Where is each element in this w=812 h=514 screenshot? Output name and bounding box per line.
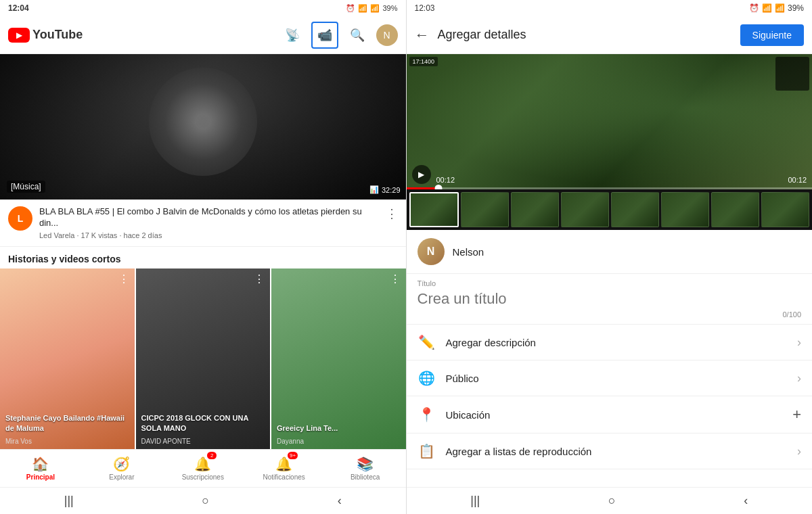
bottom-nav: 🏠 Principal 🧭 Explorar 🔔 2 Suscripciones… [0, 449, 406, 487]
option-descripcion-label: Agregar descripción [446, 337, 788, 348]
video-thumbnail[interactable]: [Música] 📊 32:29 [0, 54, 406, 200]
bar-chart-icon: 📊 [369, 185, 379, 194]
android-menu-right[interactable]: ||| [470, 494, 480, 508]
thumb-strip-item-2[interactable] [461, 192, 509, 227]
thumb-strip-item-4[interactable] [561, 192, 609, 227]
option-publico[interactable]: 🌐 Público › [407, 360, 813, 396]
video-thumbnail-container[interactable]: [Música] 📊 32:29 [0, 54, 406, 200]
android-back-right[interactable]: ‹ [744, 494, 748, 508]
short-more-icon-2[interactable]: ⋮ [254, 273, 265, 285]
search-button[interactable]: 🔍 [344, 22, 371, 49]
video-subtitle: Led Varela · 17 K vistas · hace 2 días [39, 231, 379, 239]
timer-left: 00:12 [436, 176, 455, 184]
signal-icon: 📶 [370, 4, 380, 13]
timer-right: 00:12 [788, 176, 807, 184]
status-bar-right: 12:03 ⏰ 📶 📶 39% [407, 0, 813, 16]
chevron-icon-descripcion: › [797, 335, 801, 350]
chevron-icon-publico: › [797, 371, 801, 386]
user-avatar: N [418, 238, 445, 265]
plus-icon-ubicacion: + [792, 406, 801, 423]
titulo-input[interactable] [418, 290, 802, 308]
hud-minimap [775, 57, 809, 91]
short-caption-1: Stephanie Cayo Bailando #Hawaii de Malum… [5, 413, 129, 433]
alarm-icon-right: ⏰ [749, 3, 759, 13]
video-preview[interactable]: 17:1400 ▶ 00:12 00:12 [407, 54, 813, 189]
short-more-icon-3[interactable]: ⋮ [390, 273, 401, 285]
user-avatar-letter: N [427, 246, 435, 258]
thumb-strip-item-6[interactable] [661, 192, 709, 227]
android-menu-left[interactable]: ||| [64, 494, 74, 508]
thumb-strip-item-1[interactable] [409, 192, 459, 227]
option-publico-label: Público [446, 373, 788, 384]
user-row: N Nelson [407, 230, 813, 274]
nav-suscripciones-label: Suscripciones [182, 473, 224, 481]
android-home-right[interactable]: ○ [608, 494, 616, 508]
status-time-left: 12:04 [8, 3, 29, 13]
cast-button[interactable]: 📡 [279, 22, 306, 49]
location-icon: 📍 [418, 406, 436, 423]
back-button[interactable]: ← [415, 26, 430, 44]
option-listas-label: Agregar a listas de reproducción [446, 446, 788, 457]
nav-principal[interactable]: 🏠 Principal [0, 453, 81, 484]
short-card-1[interactable]: ⋮ Stephanie Cayo Bailando #Hawaii de Mal… [0, 268, 136, 449]
duration-badge: 📊 32:29 [369, 185, 401, 194]
play-button-overlay[interactable]: ▶ [412, 165, 431, 184]
status-icons-right: ⏰ 📶 📶 39% [749, 3, 804, 13]
wifi-icon: 📶 [358, 4, 367, 13]
avatar[interactable]: N [376, 24, 398, 46]
nav-biblioteca[interactable]: 📚 Biblioteca [325, 453, 406, 484]
thumbnail-strip[interactable] [407, 189, 813, 230]
short-card-3[interactable]: ⋮ Greeicy Lina Te... Dayanna [271, 268, 406, 449]
nav-biblioteca-label: Biblioteca [351, 473, 380, 481]
right-header-title: Agregar detalles [438, 28, 732, 42]
nav-notificaciones[interactable]: 🔔 9+ Notificaciones [244, 453, 325, 484]
video-more-button[interactable]: ⋮ [386, 206, 398, 221]
youtube-logo[interactable]: YouTube [8, 28, 83, 43]
game-overlay [407, 54, 813, 189]
battery-left: 39% [382, 4, 397, 12]
short-author-1: Mira Vos [5, 438, 32, 445]
right-header: ← Agregar detalles Siguiente [407, 16, 813, 54]
signal-icon-right: 📶 [775, 3, 785, 13]
android-back-left[interactable]: ‹ [338, 494, 342, 508]
title-section: Título 0/100 [407, 274, 813, 325]
short-caption-3: Greeicy Lina Te... [277, 423, 401, 433]
thumb-strip-item-7[interactable] [711, 192, 759, 227]
suscripciones-badge-container: 🔔 2 [194, 456, 211, 472]
android-nav-left: ||| ○ ‹ [0, 487, 406, 514]
user-name: Nelson [453, 246, 484, 258]
android-home-left[interactable]: ○ [202, 494, 209, 508]
status-bar-left: 12:04 ⏰ 📶 📶 39% [0, 0, 406, 16]
nav-notificaciones-label: Notificaciones [263, 473, 305, 481]
shorts-grid: ⋮ Stephanie Cayo Bailando #Hawaii de Mal… [0, 268, 406, 449]
titulo-label: Título [418, 279, 802, 287]
short-more-icon-1[interactable]: ⋮ [118, 273, 129, 285]
scroll-area[interactable]: Título 0/100 ✏️ Agregar descripción › 🌐 … [407, 274, 813, 487]
status-time-right: 12:03 [415, 3, 435, 13]
chevron-icon-listas: › [797, 444, 801, 459]
android-nav-right: ||| ○ ‹ [407, 487, 813, 514]
siguiente-button[interactable]: Siguiente [740, 24, 804, 46]
option-listas[interactable]: 📋 Agregar a listas de reproducción › [407, 434, 813, 469]
option-ubicacion[interactable]: 📍 Ubicación + [407, 396, 813, 434]
status-icons-left: ⏰ 📶 📶 39% [346, 4, 397, 13]
nav-explorar-label: Explorar [109, 473, 134, 481]
thumb-strip-item-5[interactable] [611, 192, 659, 227]
video-record-button[interactable]: 📹 [311, 22, 338, 49]
nav-suscripciones[interactable]: 🔔 2 Suscripciones [162, 453, 244, 484]
video-face-bg [149, 68, 257, 176]
nav-principal-label: Principal [26, 473, 55, 481]
nav-explorar[interactable]: 🧭 Explorar [81, 453, 162, 484]
wifi-icon-right: 📶 [762, 3, 772, 13]
video-title: BLA BLA BLA #55 | El combo J Balvin de M… [39, 206, 379, 229]
home-icon: 🏠 [32, 456, 49, 472]
option-descripcion[interactable]: ✏️ Agregar descripción › [407, 325, 813, 360]
alarm-icon: ⏰ [346, 4, 355, 13]
thumb-strip-item-8[interactable] [761, 192, 809, 227]
progress-bar[interactable] [407, 187, 813, 189]
thumb-strip-item-3[interactable] [511, 192, 559, 227]
progress-dot [435, 185, 443, 189]
short-card-2[interactable]: ⋮ CICPC 2018 GLOCK CON UNA SOLA MANO DAV… [136, 268, 272, 449]
shorts-section-header: Historias y videos cortos [0, 247, 406, 268]
channel-avatar: L [8, 206, 32, 231]
